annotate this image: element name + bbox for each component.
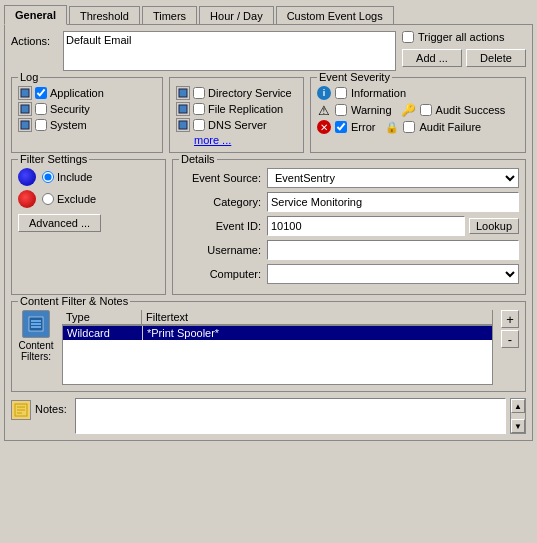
- sev-checkbox-info[interactable]: [335, 87, 347, 99]
- filter-exclude-row: Exclude: [18, 190, 159, 208]
- log-icon-filereplication: [176, 102, 190, 116]
- log-icon-system: [18, 118, 32, 132]
- audit-success-icon: 🔑: [402, 103, 416, 117]
- filter-details-row: Filter Settings Include Exclude: [11, 159, 526, 295]
- event-source-select[interactable]: EventSentry: [267, 168, 519, 188]
- notes-textarea[interactable]: [75, 398, 506, 434]
- notes-scroll-down[interactable]: ▼: [511, 419, 525, 433]
- content-table-area: Type Filtertext Wildcard *Print Spooler*: [62, 310, 493, 385]
- log-label-filereplication: File Replication: [208, 103, 283, 115]
- event-id-input[interactable]: [267, 216, 465, 236]
- tab-customeventlogs[interactable]: Custom Event Logs: [276, 6, 394, 25]
- notes-label-area: Notes:: [11, 398, 67, 420]
- notes-label: Notes:: [35, 403, 67, 415]
- event-source-select-wrap: EventSentry: [267, 168, 519, 188]
- log-group: Log Application Security: [11, 77, 163, 153]
- advanced-button[interactable]: Advanced ...: [18, 214, 101, 232]
- col-filtertext-header: Filtertext: [142, 310, 493, 324]
- trigger-all-checkbox[interactable]: [402, 31, 414, 43]
- username-row: Username:: [179, 240, 519, 260]
- log-icon-application: [18, 86, 32, 100]
- event-severity-title: Event Severity: [317, 71, 392, 83]
- log-item-security: Security: [18, 102, 156, 116]
- tab-timers[interactable]: Timers: [142, 6, 197, 25]
- event-source-row: Event Source: EventSentry: [179, 168, 519, 188]
- info-icon: i: [317, 86, 331, 100]
- log-right-group: Directory Service File Replication DNS S…: [169, 77, 304, 153]
- sev-label-error: Error: [351, 121, 375, 133]
- notes-scroll-up[interactable]: ▲: [511, 399, 525, 413]
- log-item-system: System: [18, 118, 156, 132]
- exclude-radio[interactable]: [42, 193, 54, 205]
- exclude-radio-wrap: Exclude: [42, 193, 96, 205]
- computer-select[interactable]: [267, 264, 519, 284]
- remove-filter-button[interactable]: -: [501, 330, 519, 348]
- content-list-area[interactable]: Wildcard *Print Spooler*: [62, 325, 493, 385]
- log-checkbox-system[interactable]: [35, 119, 47, 131]
- sev-checkbox-warning[interactable]: [335, 104, 347, 116]
- add-button[interactable]: Add ...: [402, 49, 462, 67]
- tab-hourday[interactable]: Hour / Day: [199, 6, 274, 25]
- warning-icon: ⚠: [317, 103, 331, 117]
- filter-settings-group: Filter Settings Include Exclude: [11, 159, 166, 295]
- col-type-header: Type: [62, 310, 142, 324]
- log-label-dirservice: Directory Service: [208, 87, 292, 99]
- log-checkbox-filereplication[interactable]: [193, 103, 205, 115]
- svg-rect-5: [179, 121, 187, 129]
- event-id-label: Event ID:: [179, 220, 267, 232]
- log-severity-row: Log Application Security: [11, 77, 526, 153]
- content-filter-title: Content Filter & Notes: [18, 295, 130, 307]
- actions-listbox[interactable]: Default Email: [63, 31, 396, 71]
- content-filters-label: Content Filters:: [18, 340, 54, 362]
- lookup-button[interactable]: Lookup: [469, 218, 519, 234]
- log-icon-security: [18, 102, 32, 116]
- include-label: Include: [57, 171, 92, 183]
- sev-label-audit-failure: Audit Failure: [419, 121, 481, 133]
- tab-general[interactable]: General: [4, 5, 67, 25]
- log-item-application: Application: [18, 86, 156, 100]
- log-item-dnsserver: DNS Server: [176, 118, 297, 132]
- include-radio-wrap: Include: [42, 171, 92, 183]
- log-label-application: Application: [50, 87, 104, 99]
- actions-value: Default Email: [66, 34, 131, 46]
- delete-button[interactable]: Delete: [466, 49, 526, 67]
- sev-checkbox-error[interactable]: [335, 121, 347, 133]
- log-checkbox-dnsserver[interactable]: [193, 119, 205, 131]
- username-input[interactable]: [267, 240, 519, 260]
- log-checkbox-dirservice[interactable]: [193, 87, 205, 99]
- notes-scrollbar: ▲ ▼: [510, 398, 526, 434]
- svg-rect-2: [21, 121, 29, 129]
- log-checkbox-application[interactable]: [35, 87, 47, 99]
- svg-rect-1: [21, 105, 29, 113]
- trigger-all-label: Trigger all actions: [418, 31, 504, 43]
- sev-checkbox-audit-success[interactable]: [420, 104, 432, 116]
- log-icon-dnsserver: [176, 118, 190, 132]
- sev-label-info: Information: [351, 87, 406, 99]
- content-type-cell: Wildcard: [63, 326, 143, 340]
- log-icon-dirservice: [176, 86, 190, 100]
- sev-row-warn-audit: ⚠ Warning 🔑 Audit Success: [317, 103, 519, 117]
- sev-row-info: i Information: [317, 86, 519, 100]
- category-input[interactable]: [267, 192, 519, 212]
- actions-buttons: Trigger all actions Add ... Delete: [402, 31, 526, 67]
- content-action-buttons: + -: [501, 310, 519, 385]
- include-icon: [18, 168, 36, 186]
- log-item-dirservice: Directory Service: [176, 86, 297, 100]
- content-list-row[interactable]: Wildcard *Print Spooler*: [63, 326, 492, 340]
- more-link[interactable]: more ...: [194, 134, 231, 146]
- advanced-btn-wrap: Advanced ...: [18, 214, 159, 232]
- include-radio[interactable]: [42, 171, 54, 183]
- tab-threshold[interactable]: Threshold: [69, 6, 140, 25]
- sev-checkbox-audit-failure[interactable]: [403, 121, 415, 133]
- add-filter-button[interactable]: +: [501, 310, 519, 328]
- error-icon: ✕: [317, 120, 331, 134]
- log-label-dnsserver: DNS Server: [208, 119, 267, 131]
- log-checkbox-security[interactable]: [35, 103, 47, 115]
- tab-bar: General Threshold Timers Hour / Day Cust…: [4, 4, 533, 24]
- content-filtertext-cell: *Print Spooler*: [143, 326, 492, 340]
- event-severity-group: Event Severity i Information ⚠ Warning 🔑…: [310, 77, 526, 153]
- category-row: Category:: [179, 192, 519, 212]
- svg-rect-4: [179, 105, 187, 113]
- filter-settings-title: Filter Settings: [18, 153, 89, 165]
- log-label-security: Security: [50, 103, 90, 115]
